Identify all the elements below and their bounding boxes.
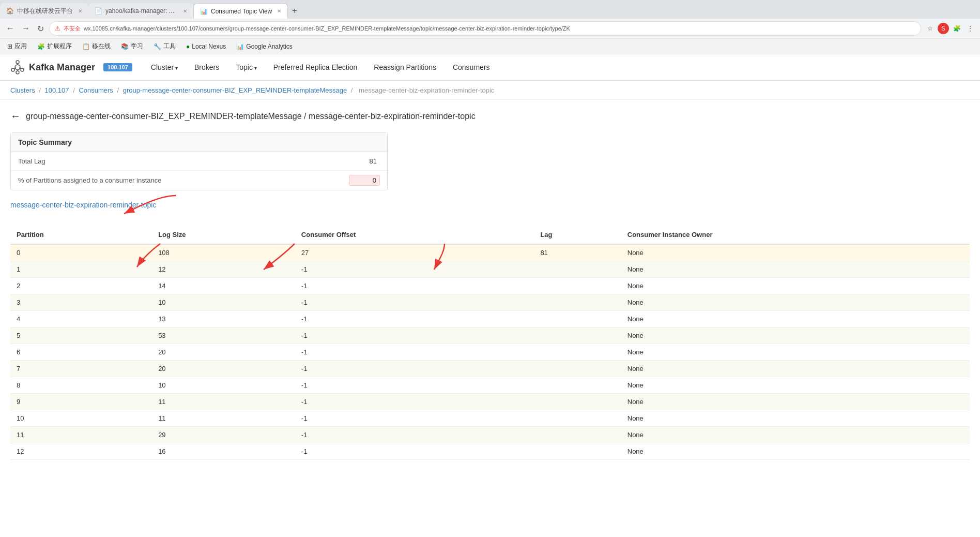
- cell-3: [534, 344, 621, 361]
- forward-button[interactable]: →: [20, 23, 32, 34]
- profile-icon[interactable]: S: [938, 23, 949, 34]
- bookmark-migrant[interactable]: 📋 移在线: [79, 41, 114, 52]
- col-owner: Consumer Instance Owner: [621, 226, 970, 244]
- cell-2: -1: [295, 377, 534, 394]
- cell-2: 27: [295, 244, 534, 261]
- breadcrumb-group[interactable]: group-message-center-consumer-BIZ_EXP_RE…: [123, 86, 347, 94]
- breadcrumb-topic: message-center-biz-expiration-reminder-t…: [359, 86, 494, 94]
- cell-3: [534, 427, 621, 443]
- summary-row-partitions: % of Partitions assigned to a consumer i…: [11, 171, 387, 190]
- cell-0: 1: [10, 261, 152, 278]
- page-title: group-message-center-consumer-BIZ_EXP_RE…: [26, 112, 476, 121]
- cell-2: -1: [295, 394, 534, 410]
- summary-value-partitions: 0: [349, 175, 380, 186]
- cell-4: None: [621, 294, 970, 311]
- topic-link[interactable]: message-center-biz-expiration-reminder-t…: [10, 201, 156, 209]
- new-tab-button[interactable]: +: [288, 6, 301, 16]
- table-row: 112-1None: [10, 261, 970, 278]
- cell-3: [534, 394, 621, 410]
- cell-3: [534, 443, 621, 460]
- cell-4: None: [621, 427, 970, 443]
- cell-4: None: [621, 244, 970, 261]
- nav-brokers[interactable]: Brokers: [186, 55, 227, 79]
- breadcrumb-sep-4: /: [351, 86, 355, 94]
- table-row: 01082781None: [10, 244, 970, 261]
- cell-2: -1: [295, 427, 534, 443]
- app-header: Kafka Manager 100.107 Cluster Brokers To…: [0, 54, 980, 81]
- table-row: 310-1None: [10, 294, 970, 311]
- cell-3: [534, 261, 621, 278]
- cell-2: -1: [295, 410, 534, 427]
- extensions-icon[interactable]: 🧩: [951, 23, 962, 34]
- kafka-logo-icon: [10, 60, 25, 74]
- summary-label-total-lag: Total Lag: [18, 157, 349, 165]
- cell-0: 4: [10, 311, 152, 327]
- cell-1: 12: [152, 261, 295, 278]
- tab-close-2[interactable]: ✕: [183, 8, 187, 14]
- cell-0: 3: [10, 294, 152, 311]
- topic-link-area: message-center-biz-expiration-reminder-t…: [10, 201, 970, 215]
- app-logo: Kafka Manager 100.107: [10, 60, 132, 74]
- topic-summary-box: Topic Summary Total Lag 81 % of Partitio…: [10, 132, 388, 190]
- app-logo-text: Kafka Manager: [29, 62, 95, 73]
- nav-preferred-replica[interactable]: Preferred Replica Election: [265, 55, 366, 79]
- cell-2: -1: [295, 344, 534, 361]
- cell-1: 10: [152, 294, 295, 311]
- bookmark-apps[interactable]: ⊞ 应用: [4, 41, 30, 52]
- tab-1[interactable]: 🏠 中移在线研发云平台 ✕: [0, 3, 88, 19]
- cell-3: [534, 311, 621, 327]
- back-arrow-icon[interactable]: ←: [10, 110, 21, 122]
- tab-close-1[interactable]: ✕: [78, 8, 82, 14]
- cell-0: 9: [10, 394, 152, 410]
- tab-close-3[interactable]: ✕: [277, 8, 281, 14]
- back-button[interactable]: ←: [4, 23, 17, 34]
- bookmark-local-nexus[interactable]: ● Local Nexus: [183, 42, 229, 51]
- bookmark-extensions[interactable]: 🧩 扩展程序: [34, 41, 75, 52]
- nav-topic[interactable]: Topic: [227, 55, 265, 79]
- table-row: 810-1None: [10, 377, 970, 394]
- browser-chrome: 🏠 中移在线研发云平台 ✕ 📄 yahoo/kafka-manager: A t…: [0, 0, 980, 54]
- table-header-row: Partition Log Size Consumer Offset Lag C…: [10, 226, 970, 244]
- cell-0: 8: [10, 377, 152, 394]
- breadcrumb-consumers[interactable]: Consumers: [79, 86, 113, 94]
- settings-icon[interactable]: ⋮: [964, 23, 976, 34]
- cell-4: None: [621, 410, 970, 427]
- svg-point-0: [15, 65, 20, 70]
- tab-2[interactable]: 📄 yahoo/kafka-manager: A tool ✕: [88, 3, 193, 19]
- cell-4: None: [621, 377, 970, 394]
- security-icon: ⚠: [55, 25, 60, 32]
- address-box[interactable]: ⚠ 不安全 wx.10085.cn/kafka-manager/clusters…: [49, 21, 921, 36]
- migrant-icon: 📋: [82, 43, 90, 50]
- breadcrumb-sep-2: /: [73, 86, 76, 94]
- bookmark-learn[interactable]: 📚 学习: [118, 41, 146, 52]
- table-row: 1216-1None: [10, 443, 970, 460]
- breadcrumb: Clusters / 100.107 / Consumers / group-m…: [0, 81, 980, 100]
- bookmark-analytics[interactable]: 📊 Google Analytics: [233, 42, 295, 51]
- nav-reassign[interactable]: Reassign Partitions: [365, 55, 445, 79]
- table-row: 720-1None: [10, 361, 970, 377]
- security-label: 不安全: [64, 25, 81, 33]
- bookmark-star-icon[interactable]: ☆: [924, 23, 936, 34]
- cell-1: 11: [152, 394, 295, 410]
- bookmark-tools[interactable]: 🔧 工具: [150, 41, 179, 52]
- nav-cluster[interactable]: Cluster: [143, 55, 186, 79]
- bookmark-nexus-label: Local Nexus: [192, 43, 226, 50]
- cell-0: 2: [10, 278, 152, 294]
- nav-consumers[interactable]: Consumers: [445, 55, 498, 79]
- tab-3[interactable]: 📊 Consumed Topic View ✕: [193, 3, 288, 19]
- address-text[interactable]: wx.10085.cn/kafka-manager/clusters/100.1…: [84, 25, 915, 32]
- bookmark-apps-label: 应用: [14, 42, 27, 51]
- cell-0: 10: [10, 410, 152, 427]
- tools-icon: 🔧: [154, 43, 161, 50]
- reload-button[interactable]: ↻: [35, 23, 46, 35]
- cell-1: 11: [152, 410, 295, 427]
- cell-4: None: [621, 344, 970, 361]
- breadcrumb-cluster-id[interactable]: 100.107: [45, 86, 69, 94]
- cell-3: [534, 410, 621, 427]
- col-partition: Partition: [10, 226, 152, 244]
- col-logsize: Log Size: [152, 226, 295, 244]
- col-lag: Lag: [534, 226, 621, 244]
- breadcrumb-clusters[interactable]: Clusters: [10, 86, 35, 94]
- learn-icon: 📚: [121, 43, 129, 50]
- table-row: 413-1None: [10, 311, 970, 327]
